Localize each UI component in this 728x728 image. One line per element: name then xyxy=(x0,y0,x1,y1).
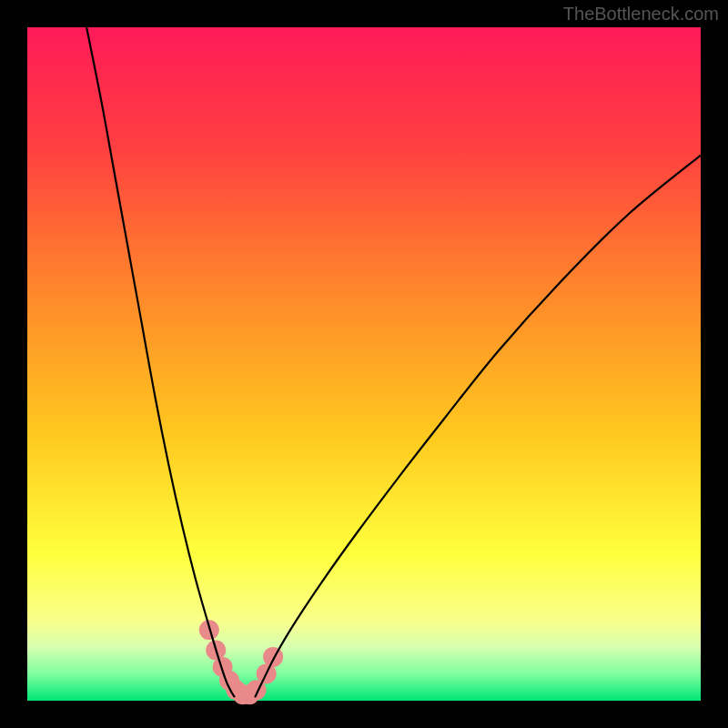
marker-dot xyxy=(263,647,283,667)
watermark-text: TheBottleneck.com xyxy=(563,4,719,25)
plot-background xyxy=(27,27,701,701)
chart-container: TheBottleneck.com xyxy=(0,0,728,728)
chart-svg xyxy=(0,0,728,728)
